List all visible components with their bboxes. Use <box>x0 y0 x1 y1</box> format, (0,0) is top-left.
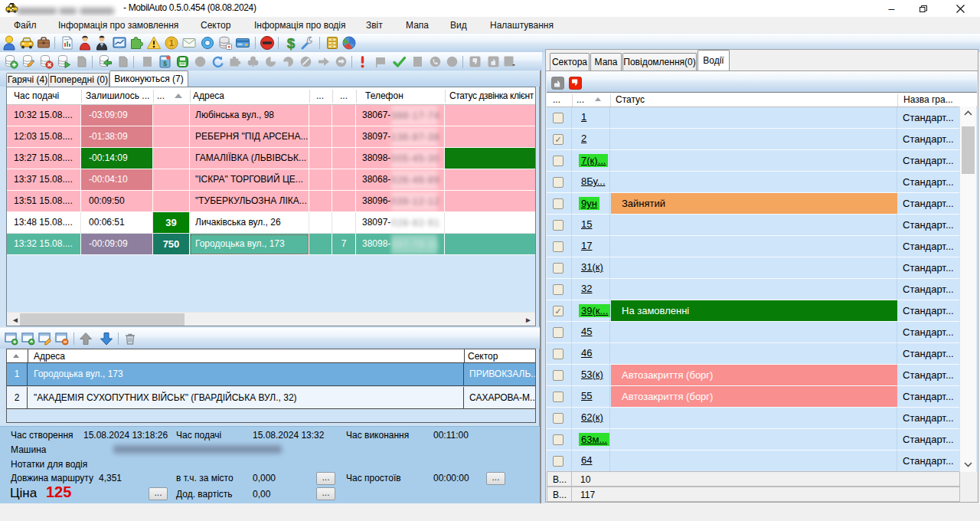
svg-text:$: $ <box>287 35 296 51</box>
svg-text:$: $ <box>163 60 167 67</box>
svg-text:1: 1 <box>169 39 174 48</box>
